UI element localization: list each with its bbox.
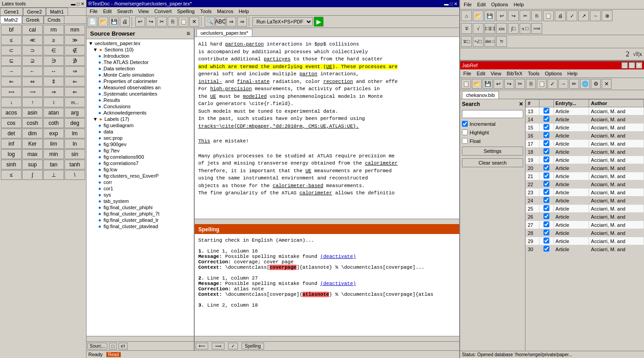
ms-btn-sin[interactable]: sin [496,23,507,34]
tab-cmds[interactable]: Cmds [44,16,65,23]
mtb-btn-9[interactable]: 🖨 [555,10,566,21]
float-checkbox[interactable] [462,138,468,144]
toolbar-search[interactable]: 🔍 [205,17,215,27]
section-properties[interactable]: ●.Properties of calorimeter [87,78,193,84]
deactivate-link-2[interactable]: (deactivate) [320,281,356,286]
math-btn-leq[interactable]: ≤ [1,35,22,45]
math-btn-tanh[interactable]: tanh [64,160,85,170]
label-figfinal4[interactable]: ● fig:final_cluster_ptavlead [87,223,193,229]
mtb-btn-13[interactable]: ⊕ [602,10,612,21]
editor-hscroll[interactable] [195,219,459,224]
math-btn-lim[interactable]: lim [43,139,64,149]
ms-btn-pi[interactable]: π □ [520,23,530,34]
spelling-nav-btn1[interactable]: ⟵ [196,343,208,349]
math-btn-cos[interactable]: cos [1,118,22,128]
label-figlcw[interactable]: ● fig:lcw [87,166,193,173]
table-row[interactable]: 30 Article Acciarri, M. and [526,245,644,253]
search-clear-icon[interactable]: ✕ [519,101,523,107]
math-btn-ll[interactable]: ≪ [22,35,43,45]
cell-check[interactable] [539,237,553,245]
math-btn-rm[interactable]: rm [43,25,64,35]
mtb-btn-4[interactable]: ↩ [496,10,507,21]
ms-btn-sqrt[interactable]: √ [473,23,484,34]
label-figfinal3[interactable]: ● fig:final_cluster_ptlead_tr [87,217,193,223]
math-btn-notni[interactable]: ∌ [64,56,85,66]
mtb-btn-2[interactable]: 📂 [473,10,484,21]
cell-check[interactable] [539,213,553,221]
toolbar-save[interactable]: 💾 [109,17,119,27]
ms-btn-tr[interactable]: Tr [496,36,507,47]
ms-btn-omega[interactable]: ∓ [461,23,472,34]
cell-check[interactable] [539,245,553,253]
math-btn-sup[interactable]: sup [22,160,43,170]
cell-check[interactable] [539,156,553,164]
ms-btn-sqrt2[interactable]: ⁿ√□ [473,36,484,47]
label-fig900[interactable]: ● fig:900gev [87,141,193,147]
toolbar-ref2[interactable]: ⇒ [237,17,247,27]
toolbar-ref[interactable]: ⇒ [226,17,236,27]
tab-math1[interactable]: Math1 [46,8,68,15]
math-btn-min[interactable]: min [43,149,64,159]
math-btn-supset[interactable]: ⊃ [22,46,43,55]
math-btn-implies[interactable]: ⟹ [22,87,43,97]
table-row[interactable]: 24 Article Acciarri, M. and [526,197,644,205]
label-figcorr900[interactable]: ● fig:correlations900 [87,154,193,160]
menu-macros[interactable]: Macros [215,8,236,15]
math-btn-Rightarrow[interactable]: ⇒ [64,66,85,76]
cell-check[interactable] [539,180,553,188]
math-btn-sinh[interactable]: sinh [1,160,22,170]
jt-btn-edit[interactable]: ✏ [569,79,579,89]
tab-gene1[interactable]: Gene1 [0,8,23,15]
menu-search[interactable]: Search [114,8,136,15]
mtb-btn-10[interactable]: ✓ [566,10,577,21]
table-row[interactable]: 16 Article Acciarri, M. and [526,132,644,140]
math-btn-inf[interactable]: inf [1,139,22,149]
jabref-close-btn[interactable]: ✕ [636,62,642,69]
cell-check[interactable] [539,164,553,172]
table-row[interactable]: 22 Article Acciarri, M. and [526,180,644,188]
spelling-nav-btn2[interactable]: ⟹ [212,343,224,349]
toolbar-paste[interactable]: 📋 [178,17,188,27]
math-btn-uparrow[interactable]: ↑ [22,97,43,107]
mtb-menu-file[interactable]: File [461,1,475,8]
math-btn-ker[interactable]: Ker [22,139,43,149]
mtb-menu-edit[interactable]: Edit [475,1,489,8]
highlight-checkbox[interactable] [462,129,468,135]
label-cor1[interactable]: ● cor1 [87,185,193,192]
cell-check[interactable] [539,205,553,213]
mtb-btn-1[interactable]: ⌂ [461,10,472,21]
math-btn-ni[interactable]: ∋ [43,56,64,66]
math-btn-subseteq[interactable]: ⊆ [1,56,22,66]
mtb-btn-5[interactable]: ↪ [508,10,519,21]
toolbar-open[interactable]: 📂 [98,17,108,27]
jabref-menu-view[interactable]: View [488,70,504,77]
math-btn-arg[interactable]: arg [64,108,85,118]
menu-tools[interactable]: Tools [197,8,215,15]
tab-greek[interactable]: Greek [22,16,44,23]
mtb-btn-8[interactable]: 📋 [543,10,554,21]
mtb-btn-3[interactable]: 💾 [484,10,495,21]
menu-edit[interactable]: Edit [100,8,114,15]
math-btn-coth[interactable]: coth [43,118,64,128]
math-btn-perp[interactable]: ⊥ [43,170,64,180]
toolbar-undo[interactable]: ↩ [135,17,145,27]
col-check[interactable] [539,100,553,107]
math-btn-in[interactable]: ∈ [43,46,64,55]
jabref-menu-tools[interactable]: Tools [525,70,542,77]
spelling-title-btn[interactable]: Spelling [242,343,264,349]
menu-help[interactable]: Help [236,8,252,15]
math-btn-deg[interactable]: deg [64,118,85,128]
math-btn-lm[interactable]: lm [64,129,85,138]
source-bottom-btn2[interactable]: □ [109,343,116,349]
table-row[interactable]: 20 Article Acciarri, M. and [526,164,644,172]
label-secprop[interactable]: ● sec:prop [87,135,193,141]
clear-search-button[interactable]: Clear search [462,158,523,167]
label-data[interactable]: ● data [87,129,193,135]
table-row[interactable]: 15 Article Acciarri, M. and [526,124,644,132]
section-results[interactable]: ●.Results [87,97,193,103]
label-tabsystem[interactable]: ● tab_system [87,198,193,204]
jabref-menu-file[interactable]: File [461,70,474,77]
math-btn-subset[interactable]: ⊂ [1,46,22,55]
table-row[interactable]: 14 Article Acciarri, M. and [526,115,644,124]
toolbar-redo[interactable]: ↪ [146,17,156,27]
